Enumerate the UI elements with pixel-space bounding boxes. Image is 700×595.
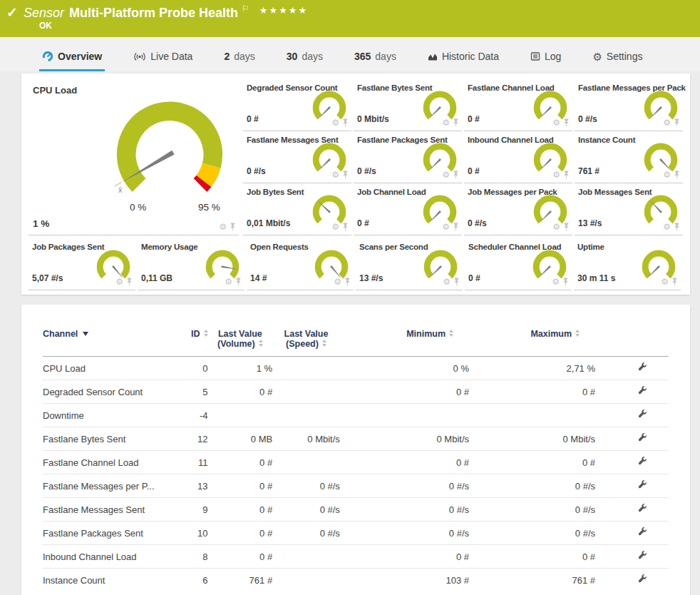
tab-settings[interactable]: ⚙ Settings	[590, 51, 645, 71]
gear-icon[interactable]: ⚙	[115, 278, 123, 286]
pin-icon[interactable]	[341, 223, 349, 231]
column-header-id[interactable]: ID	[186, 323, 208, 357]
column-header-maximum[interactable]: Maximum	[469, 323, 595, 357]
gear-icon[interactable]: ⚙	[552, 223, 560, 231]
last-value-speed-cell: 0 #/s	[272, 498, 340, 522]
pin-icon[interactable]	[673, 171, 681, 179]
gauge-tile[interactable]: Fastlane Packages Sent 0 #/s ⚙	[354, 131, 462, 183]
table-row[interactable]: Downtime -4	[43, 404, 669, 427]
tab-30-days[interactable]: 30days	[284, 51, 326, 71]
cpu-load-gauge-tile[interactable]: CPU Load x̄ 0 % 95 % 1 % ⚙	[29, 79, 239, 235]
gauge-tile[interactable]: Fastlane Channel Load 0 # ⚙	[464, 79, 572, 131]
gauge-tile[interactable]: Fastlane Bytes Sent 0 Mbit/s ⚙	[354, 79, 462, 131]
gauge-tile[interactable]: Open Requests 14 # ⚙	[247, 238, 354, 290]
pin-icon[interactable]	[562, 118, 570, 127]
channel-settings-icon[interactable]	[638, 574, 647, 584]
priority-stars[interactable]: ★★★★★	[259, 5, 308, 16]
gear-icon[interactable]: ⚙	[552, 118, 560, 127]
table-row[interactable]: Fastlane Messages Sent 9 0 # 0 #/s 0 #/s…	[43, 498, 669, 522]
gear-icon: ⚙	[592, 51, 602, 62]
gauge-tile[interactable]: Degraded Sensor Count 0 # ⚙	[243, 79, 351, 131]
gear-icon[interactable]: ⚙	[331, 171, 339, 179]
gear-icon[interactable]: ⚙	[442, 171, 450, 179]
pin-icon[interactable]	[562, 223, 570, 231]
gear-icon[interactable]: ⚙	[442, 223, 450, 231]
gauge-tile[interactable]: Inbound Channel Load 0 # ⚙	[464, 131, 572, 183]
channel-settings-icon[interactable]	[638, 362, 647, 372]
table-row[interactable]: Fastlane Messages per P... 13 0 # 0 #/s …	[43, 474, 669, 498]
table-row[interactable]: Fastlane Channel Load 11 0 # 0 # 0 #	[43, 451, 669, 474]
gauge-tile[interactable]: Fastlane Messages per Pack 0 #/s ⚙	[575, 79, 683, 131]
table-row[interactable]: Fastlane Packages Sent 10 0 # 0 #/s 0 #/…	[43, 522, 669, 545]
gauge-tile[interactable]: Instance Count 761 # ⚙	[575, 131, 683, 183]
channel-settings-icon[interactable]	[638, 433, 647, 442]
gauge-tile[interactable]: Job Messages Sent 13 #/s ⚙	[575, 183, 683, 235]
gear-icon[interactable]: ⚙	[661, 278, 669, 286]
pin-icon[interactable]	[671, 278, 679, 286]
log-icon	[530, 51, 540, 61]
gauge-tile[interactable]: Job Channel Load 0 # ⚙	[354, 183, 462, 235]
gear-icon[interactable]: ⚙	[663, 223, 671, 231]
channel-id-cell: 11	[186, 451, 208, 474]
pin-icon[interactable]	[562, 278, 570, 286]
table-row[interactable]: CPU Load 0 1 % 0 % 2,71 %	[43, 357, 669, 380]
tab-log[interactable]: Log	[527, 51, 564, 71]
gauge-tile[interactable]: Job Messages per Pack 0 #/s ⚙	[464, 183, 572, 235]
tab-365-days[interactable]: 365days	[351, 51, 399, 71]
gauge-tile[interactable]: Fastlane Messages Sent 0 #/s ⚙	[243, 131, 351, 183]
pin-icon[interactable]	[341, 171, 349, 179]
pin-icon[interactable]	[452, 171, 460, 179]
gear-icon[interactable]: ⚙	[442, 118, 450, 127]
gauge-tile[interactable]: Job Bytes Sent 0,01 Mbit/s ⚙	[243, 183, 351, 235]
gear-icon[interactable]: ⚙	[331, 118, 339, 127]
gauge-tile-title: Memory Usage	[141, 243, 197, 251]
pin-icon[interactable]	[341, 118, 349, 127]
gear-icon[interactable]: ⚙	[663, 118, 671, 127]
column-header-channel[interactable]: Channel	[43, 323, 186, 357]
channel-settings-icon[interactable]	[638, 386, 647, 395]
gear-icon[interactable]: ⚙	[219, 223, 227, 231]
gauge-tile[interactable]: Scheduler Channel Load 0 # ⚙	[465, 238, 572, 290]
tab-overview[interactable]: Overview	[39, 51, 105, 71]
channel-settings-icon[interactable]	[638, 480, 647, 489]
gear-icon[interactable]: ⚙	[334, 278, 341, 286]
tab-historic-data[interactable]: Historic Data	[425, 51, 502, 71]
channel-settings-icon[interactable]	[638, 527, 647, 536]
flag-icon[interactable]: ⚐	[242, 4, 249, 14]
pin-icon[interactable]	[673, 118, 681, 127]
gear-icon[interactable]: ⚙	[552, 278, 560, 286]
gauge-tile[interactable]: Memory Usage 0,11 GB ⚙	[138, 238, 245, 290]
pin-icon[interactable]	[452, 118, 460, 127]
column-header-minimum[interactable]: Minimum	[340, 323, 469, 357]
channel-settings-icon[interactable]	[638, 551, 647, 560]
pin-icon[interactable]	[235, 278, 242, 286]
gear-icon[interactable]: ⚙	[225, 278, 232, 286]
gauge-tile[interactable]: Job Packages Sent 5,07 #/s ⚙	[29, 238, 135, 290]
pin-icon[interactable]	[562, 171, 570, 179]
gear-icon[interactable]: ⚙	[331, 223, 339, 231]
pin-icon[interactable]	[229, 223, 237, 231]
channel-settings-icon[interactable]	[638, 504, 647, 513]
status-badge: OK	[39, 21, 52, 31]
gauge-tile[interactable]: Uptime 30 m 11 s ⚙	[574, 238, 681, 290]
pin-icon[interactable]	[452, 223, 460, 231]
pin-icon[interactable]	[125, 278, 133, 286]
pin-icon[interactable]	[453, 278, 460, 286]
pin-icon[interactable]	[673, 223, 681, 231]
column-header-last-value-volume[interactable]: Last Value (Volume)	[208, 323, 273, 357]
table-row[interactable]: Degraded Sensor Count 5 0 # 0 # 0 #	[43, 380, 669, 404]
gauge-tile-title: Uptime	[577, 243, 604, 251]
gear-icon[interactable]: ⚙	[663, 171, 671, 179]
table-row[interactable]: Fastlane Bytes Sent 12 0 MB 0 Mbit/s 0 M…	[43, 427, 669, 451]
table-row[interactable]: Inbound Channel Load 8 0 # 0 # 0 #	[43, 545, 669, 569]
tab-2-days[interactable]: 2days	[221, 51, 257, 71]
table-row[interactable]: Instance Count 6 761 # 103 # 761 #	[43, 569, 669, 592]
gauge-tile[interactable]: Scans per Second 13 #/s ⚙	[356, 238, 463, 290]
gear-icon[interactable]: ⚙	[552, 171, 560, 179]
column-header-last-value-speed[interactable]: Last Value (Speed)	[272, 323, 340, 357]
channel-settings-icon[interactable]	[638, 457, 647, 466]
gear-icon[interactable]: ⚙	[443, 278, 451, 286]
pin-icon[interactable]	[344, 278, 351, 286]
tab-live-data[interactable]: Live Data	[130, 51, 195, 71]
channel-settings-icon[interactable]	[638, 410, 647, 419]
